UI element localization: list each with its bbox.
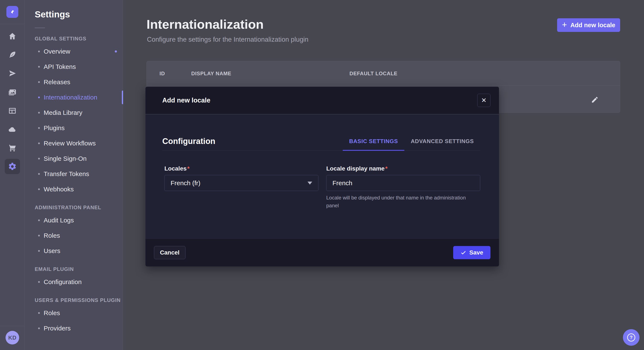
- bullet-icon: [38, 112, 40, 114]
- sidebar-item-label: Roles: [44, 309, 60, 317]
- sidebar-item-audit-logs[interactable]: Audit Logs: [35, 213, 123, 228]
- bullet-icon: [38, 188, 40, 190]
- sidebar-item-label: Roles: [44, 232, 60, 239]
- sidebar-item-providers[interactable]: Providers: [35, 321, 123, 336]
- sidebar-section-label: USERS & PERMISSIONS PLUGIN: [35, 297, 123, 304]
- display-name-input[interactable]: [326, 175, 480, 191]
- sidebar-item-overview[interactable]: Overview: [35, 44, 123, 59]
- row-edit-button[interactable]: [590, 95, 600, 105]
- sidebar-section-label: GLOBAL SETTINGS: [35, 36, 123, 42]
- display-name-hint: Locale will be displayed under that name…: [326, 194, 480, 209]
- sidebar-item-label: API Tokens: [44, 63, 76, 70]
- help-button[interactable]: ?: [623, 329, 640, 346]
- sidebar-item-users[interactable]: Users: [35, 243, 123, 259]
- sidebar-item-label: Webhooks: [44, 186, 74, 193]
- pencil-edit-icon: [591, 96, 599, 104]
- column-header-id: ID: [160, 71, 165, 77]
- sidebar-item-single-sign-on[interactable]: Single Sign-On: [35, 151, 123, 166]
- app-icon-rail: KD: [0, 0, 25, 350]
- bullet-icon: [38, 328, 40, 329]
- bullet-icon: [38, 173, 40, 175]
- sidebar-item-label: Users: [44, 247, 60, 255]
- sidebar-item-label: Media Library: [44, 109, 82, 116]
- bullet-icon: [38, 158, 40, 160]
- bullet-icon: [38, 143, 40, 144]
- sidebar-item-transfer-tokens[interactable]: Transfer Tokens: [35, 166, 123, 181]
- bullet-icon: [38, 97, 40, 98]
- bullet-icon: [38, 51, 40, 52]
- settings-sidebar: Settings GLOBAL SETTINGSOverviewAPI Toke…: [25, 0, 123, 350]
- sidebar-item-api-tokens[interactable]: API Tokens: [35, 59, 123, 74]
- sidebar-item-label: Audit Logs: [44, 217, 74, 224]
- sidebar-item-releases[interactable]: Releases: [35, 74, 123, 90]
- chevron-down-icon: [308, 181, 312, 184]
- send-icon[interactable]: [8, 69, 17, 78]
- sidebar-item-roles[interactable]: Roles: [35, 305, 123, 321]
- tab-basic-settings[interactable]: BASIC SETTINGS: [343, 132, 404, 150]
- strapi-logo[interactable]: [6, 6, 18, 18]
- locales-select[interactable]: French (fr): [164, 175, 318, 191]
- configuration-header-row: Configuration BASIC SETTINGS ADVANCED SE…: [162, 132, 480, 151]
- sidebar-item-label: Providers: [44, 325, 71, 332]
- layout-icon[interactable]: [8, 106, 17, 116]
- sidebar-item-label: Internationalization: [44, 94, 97, 101]
- user-avatar[interactable]: KD: [6, 331, 19, 345]
- notification-dot: [115, 50, 117, 52]
- modal-footer: Cancel Save: [146, 238, 499, 266]
- locales-field-group: Locales* French (fr): [164, 165, 318, 191]
- page-title: Internationalization: [146, 17, 264, 32]
- feather-icon[interactable]: [8, 50, 17, 59]
- sidebar-item-roles[interactable]: Roles: [35, 228, 123, 243]
- media-images-icon[interactable]: [8, 88, 17, 97]
- display-name-label: Locale display name*: [326, 165, 480, 172]
- strapi-settings-screen: KD Settings GLOBAL SETTINGSOverviewAPI T…: [0, 0, 644, 350]
- modal-body: Configuration BASIC SETTINGS ADVANCED SE…: [146, 114, 499, 238]
- configuration-title: Configuration: [162, 137, 215, 146]
- bullet-icon: [38, 219, 40, 221]
- sidebar-item-internationalization[interactable]: Internationalization: [35, 90, 123, 105]
- bullet-icon: [38, 312, 40, 314]
- check-icon: [460, 250, 466, 256]
- sidebar-item-review-workflows[interactable]: Review Workflows: [35, 136, 123, 151]
- sidebar-item-media-library[interactable]: Media Library: [35, 105, 123, 120]
- rail-divider-top: [0, 24, 25, 24]
- settings-gear-icon[interactable]: [5, 159, 20, 174]
- sidebar-item-label: Releases: [44, 78, 70, 86]
- close-icon[interactable]: ✕: [477, 94, 490, 107]
- save-button[interactable]: Save: [453, 246, 490, 259]
- add-new-locale-button[interactable]: + Add new locale: [557, 18, 620, 32]
- rail-divider-bottom: [0, 326, 25, 326]
- cloud-icon[interactable]: [8, 125, 17, 134]
- sidebar-item-label: Review Workflows: [44, 140, 96, 147]
- sidebar-item-label: Transfer Tokens: [44, 170, 89, 177]
- modal-title: Add new locale: [162, 97, 210, 104]
- sidebar-item-configuration[interactable]: Configuration: [35, 274, 123, 290]
- bullet-icon: [38, 281, 40, 283]
- settings-tabs: BASIC SETTINGS ADVANCED SETTINGS: [343, 132, 480, 150]
- bullet-icon: [38, 235, 40, 236]
- bullet-icon: [38, 127, 40, 129]
- column-header-display-name: DISPLAY NAME: [191, 71, 231, 77]
- sidebar-item-label: Single Sign-On: [44, 155, 87, 162]
- tab-advanced-settings[interactable]: ADVANCED SETTINGS: [404, 132, 480, 150]
- cancel-button[interactable]: Cancel: [154, 246, 186, 259]
- add-new-locale-modal: Add new locale ✕ Configuration BASIC SET…: [146, 87, 499, 266]
- home-icon[interactable]: [8, 31, 17, 41]
- sidebar-item-label: Configuration: [44, 278, 82, 286]
- sidebar-title-rule: [35, 28, 45, 28]
- question-mark-icon: ?: [627, 334, 635, 342]
- sidebar-item-label: Overview: [44, 48, 70, 55]
- sidebar-title: Settings: [35, 9, 123, 19]
- required-asterisk: *: [385, 165, 388, 172]
- locales-label: Locales*: [164, 165, 318, 172]
- sidebar-section-label: EMAIL PLUGIN: [35, 266, 123, 273]
- sidebar-item-webhooks[interactable]: Webhooks: [35, 181, 123, 197]
- cart-icon[interactable]: [8, 143, 17, 153]
- sidebar-section-label: ADMINISTRATION PANEL: [35, 204, 123, 211]
- display-name-field-group: Locale display name* Locale will be disp…: [326, 165, 480, 209]
- column-header-default-locale: DEFAULT LOCALE: [350, 71, 398, 77]
- required-asterisk: *: [187, 165, 190, 172]
- sidebar-item-plugins[interactable]: Plugins: [35, 120, 123, 136]
- page-subtitle: Configure the settings for the Internati…: [147, 36, 308, 43]
- modal-header: Add new locale ✕: [146, 87, 499, 114]
